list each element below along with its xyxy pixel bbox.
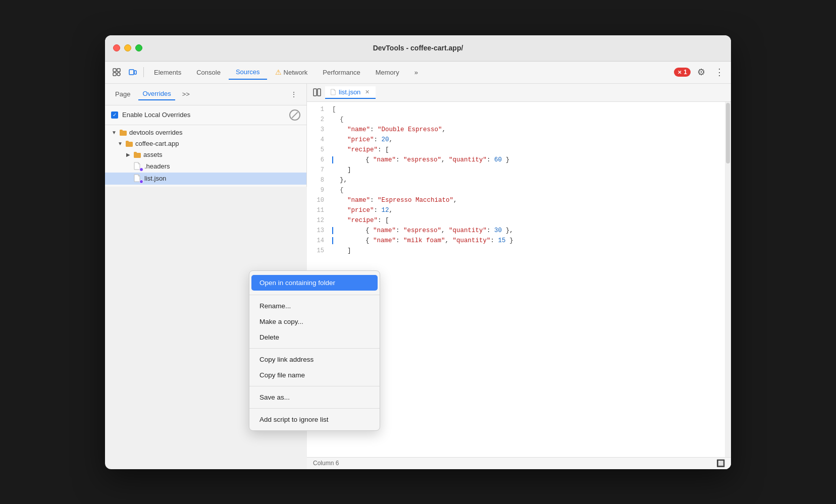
ctx-rename[interactable]: Rename... bbox=[249, 298, 380, 314]
sidebar-nav-more[interactable]: >> bbox=[179, 88, 193, 100]
tree-arrow-assets: ▶ bbox=[125, 152, 131, 158]
layout-toggle-icon[interactable] bbox=[311, 86, 323, 98]
minimize-button[interactable] bbox=[124, 44, 131, 51]
line-content-1: [ bbox=[332, 106, 731, 113]
file-tab-icon bbox=[330, 89, 336, 95]
tab-separator bbox=[143, 67, 144, 77]
file-tab-listjson[interactable]: list.json ✕ bbox=[325, 86, 376, 99]
code-line-11: 11 "price": 12, bbox=[307, 207, 731, 217]
svg-point-3 bbox=[117, 73, 120, 76]
enable-overrides-label: Enable Local Overrides bbox=[122, 111, 190, 119]
line-content-9: { bbox=[332, 187, 731, 194]
ctx-save-as[interactable]: Save as... bbox=[249, 389, 380, 405]
code-line-13: 13 { "name": "espresso", "quantity": 30 … bbox=[307, 227, 731, 237]
line-num-4: 4 bbox=[307, 136, 332, 143]
inspect-icon[interactable] bbox=[109, 65, 124, 80]
tree-item-root[interactable]: ▼ devtools overrides bbox=[105, 127, 306, 138]
clear-overrides-button[interactable] bbox=[289, 109, 300, 121]
tab-console[interactable]: Console bbox=[189, 66, 228, 79]
line-num-9: 9 bbox=[307, 187, 332, 194]
line-num-14: 14 bbox=[307, 237, 332, 244]
file-tab-close[interactable]: ✕ bbox=[363, 88, 371, 95]
ctx-divider-1 bbox=[249, 295, 380, 295]
tree-item-headers[interactable]: ▶ .headers bbox=[105, 160, 306, 173]
line-content-3: "name": "Double Espresso", bbox=[332, 126, 731, 133]
code-line-1: 1 [ bbox=[307, 106, 731, 116]
ctx-copy-link[interactable]: Copy link address bbox=[249, 352, 380, 367]
sidebar: Page Overrides >> ⋮ ✓ Enable Local Overr… bbox=[105, 84, 307, 187]
tree-item-listjson[interactable]: ▶ list.json bbox=[105, 173, 306, 185]
error-badge[interactable]: ✕ 1 bbox=[674, 68, 691, 77]
scrollbar-thumb[interactable] bbox=[726, 103, 730, 163]
line-num-1: 1 bbox=[307, 106, 332, 113]
tab-more[interactable]: » bbox=[407, 66, 425, 79]
code-line-10: 10 "name": "Espresso Macchiato", bbox=[307, 197, 731, 207]
line-num-8: 8 bbox=[307, 177, 332, 184]
ctx-divider-2 bbox=[249, 348, 380, 349]
tree-label-headers: .headers bbox=[144, 162, 170, 170]
enable-overrides-row[interactable]: ✓ Enable Local Overrides bbox=[105, 105, 306, 125]
window-title: DevTools - coffee-cart.app/ bbox=[373, 44, 463, 52]
line-num-15: 15 bbox=[307, 247, 332, 254]
warning-icon: ⚠ bbox=[275, 68, 282, 76]
error-x-icon: ✕ bbox=[677, 70, 682, 75]
line-num-11: 11 bbox=[307, 207, 332, 214]
ctx-add-ignore[interactable]: Add script to ignore list bbox=[249, 412, 380, 427]
svg-rect-5 bbox=[134, 71, 136, 74]
tab-elements[interactable]: Elements bbox=[147, 66, 188, 79]
ctx-section-3: Copy link address Copy file name bbox=[249, 351, 380, 384]
tab-sources[interactable]: Sources bbox=[229, 65, 267, 80]
ctx-make-copy[interactable]: Make a copy... bbox=[249, 314, 380, 329]
tree-label-root: devtools overrides bbox=[129, 129, 183, 136]
maximize-button[interactable] bbox=[135, 44, 142, 51]
ctx-open-folder[interactable]: Open in containing folder bbox=[251, 275, 378, 291]
file-tabs: list.json ✕ bbox=[307, 84, 731, 102]
tree-label-assets: assets bbox=[143, 151, 163, 158]
sidebar-nav-actions: ⋮ bbox=[287, 88, 300, 101]
devtools-window: DevTools - coffee-cart.app/ Elements Con… bbox=[105, 35, 731, 469]
file-tree: ▼ devtools overrides ▼ coffee-cart.app bbox=[105, 125, 306, 187]
settings-button[interactable]: ⚙ bbox=[694, 65, 709, 80]
svg-rect-4 bbox=[129, 70, 134, 75]
device-toggle-icon[interactable] bbox=[125, 65, 140, 80]
svg-rect-7 bbox=[318, 89, 321, 96]
code-line-14: 14 { "name": "milk foam", "quantity": 15… bbox=[307, 237, 731, 247]
more-menu-button[interactable]: ⋮ bbox=[712, 65, 727, 80]
line-content-5: "recipe": [ bbox=[332, 146, 731, 153]
tree-arrow-app: ▼ bbox=[117, 141, 123, 147]
ctx-copy-name[interactable]: Copy file name bbox=[249, 367, 380, 383]
line-num-2: 2 bbox=[307, 116, 332, 123]
close-button[interactable] bbox=[113, 44, 120, 51]
traffic-lights bbox=[113, 44, 142, 51]
tree-label-listjson: list.json bbox=[144, 175, 166, 182]
enable-overrides-checkbox[interactable]: ✓ bbox=[111, 111, 118, 119]
line-num-6: 6 bbox=[307, 156, 332, 163]
line-content-12: "recipe": [ bbox=[332, 217, 731, 224]
ctx-divider-3 bbox=[249, 386, 380, 386]
tab-network[interactable]: ⚠ Network bbox=[268, 65, 315, 79]
code-line-7: 7 ] bbox=[307, 166, 731, 177]
tree-item-assets[interactable]: ▶ assets bbox=[105, 149, 306, 160]
line-num-12: 12 bbox=[307, 217, 332, 224]
sidebar-nav-overrides[interactable]: Overrides bbox=[138, 88, 175, 100]
line-content-15: ] bbox=[332, 247, 731, 254]
status-bar: Column 6 🔲 bbox=[307, 457, 731, 469]
svg-rect-1 bbox=[117, 69, 120, 72]
scrollbar[interactable] bbox=[725, 102, 731, 457]
tab-right-actions: ✕ 1 ⚙ ⋮ bbox=[674, 65, 727, 80]
line-num-10: 10 bbox=[307, 197, 332, 204]
svg-rect-6 bbox=[314, 89, 317, 96]
ctx-delete[interactable]: Delete bbox=[249, 329, 380, 345]
tree-label-app: coffee-cart.app bbox=[135, 140, 179, 147]
line-content-10: "name": "Espresso Macchiato", bbox=[332, 197, 731, 204]
sidebar-nav-page[interactable]: Page bbox=[111, 88, 134, 100]
code-line-5: 5 "recipe": [ bbox=[307, 146, 731, 156]
folder-icon-assets bbox=[133, 151, 141, 159]
tab-performance[interactable]: Performance bbox=[316, 66, 367, 79]
tree-item-app[interactable]: ▼ coffee-cart.app bbox=[105, 138, 306, 149]
sidebar-menu-button[interactable]: ⋮ bbox=[287, 88, 300, 101]
line-num-5: 5 bbox=[307, 146, 332, 153]
tab-memory[interactable]: Memory bbox=[369, 66, 406, 79]
line-content-4: "price": 20, bbox=[332, 136, 731, 143]
code-line-15: 15 ] bbox=[307, 247, 731, 257]
